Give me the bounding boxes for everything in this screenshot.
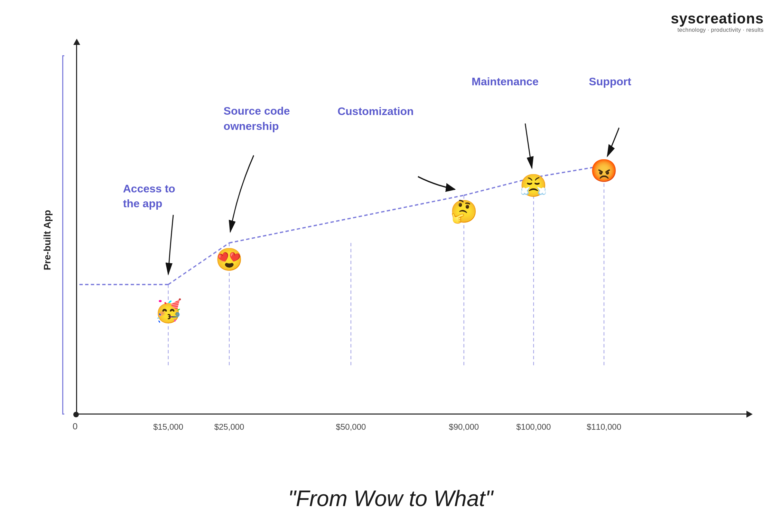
bottom-label: "From Wow to What"	[0, 486, 781, 511]
y-axis-label: Pre-built App	[42, 210, 53, 270]
logo-name: syscreations	[671, 10, 764, 27]
chart-svg	[76, 45, 746, 415]
chart-container: Pre-built App 0	[55, 45, 746, 435]
x-tick-100k: $100,000	[516, 422, 551, 432]
annotation-support: Support	[589, 74, 631, 89]
y-axis	[76, 45, 77, 415]
annotation-customization: Customization	[337, 104, 413, 119]
x-tick-110k: $110,000	[587, 422, 621, 432]
emoji-90k: 🤔	[450, 200, 478, 222]
logo: syscreations technology · productivity ·…	[671, 10, 764, 33]
chart-inner: 0	[76, 45, 746, 415]
emoji-15k: 🥳	[155, 300, 182, 322]
x-tick-50k: $50,000	[336, 422, 366, 432]
x-tick-90k: $90,000	[449, 422, 479, 432]
x-tick-25k: $25,000	[214, 422, 244, 432]
emoji-25k: 😍	[215, 248, 243, 270]
x-axis	[76, 414, 746, 415]
emoji-100k: 😤	[520, 174, 547, 197]
emoji-110k: 😡	[590, 160, 618, 182]
zero-label: 0	[73, 421, 77, 432]
annotation-maintenance: Maintenance	[472, 74, 539, 89]
x-tick-15k: $15,000	[153, 422, 183, 432]
logo-tagline: technology · productivity · results	[671, 27, 764, 33]
svg-line-8	[229, 195, 464, 243]
annotation-source-code: Source codeownership	[224, 104, 290, 133]
y-bracket	[62, 55, 64, 415]
origin-dot	[73, 412, 79, 417]
annotation-access: Access tothe app	[123, 181, 175, 211]
